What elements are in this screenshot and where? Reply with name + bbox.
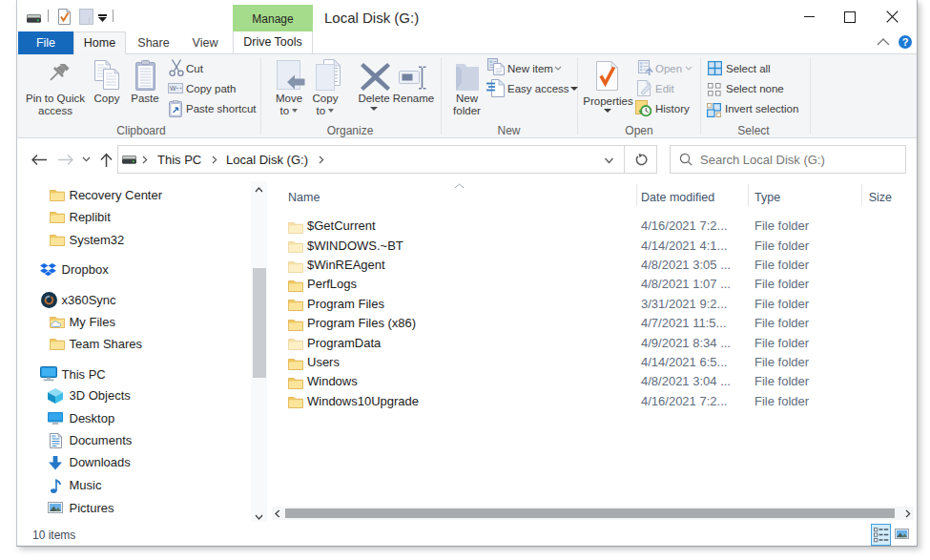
svg-text:W: W bbox=[170, 85, 176, 92]
